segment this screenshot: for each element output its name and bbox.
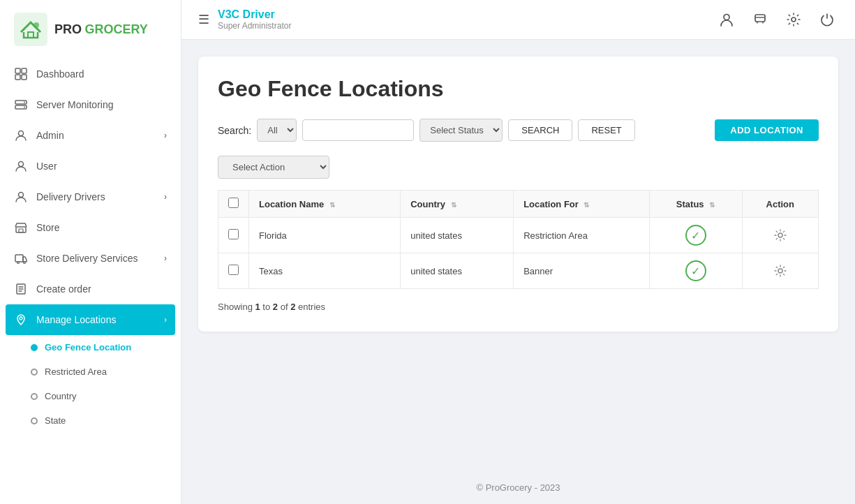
- row2-country: united states: [401, 253, 514, 289]
- country-circle-icon: [31, 393, 38, 400]
- server-monitoring-icon: [14, 98, 28, 112]
- sidebar-item-user[interactable]: User: [0, 151, 181, 181]
- row2-check-icon: ✓: [685, 260, 706, 281]
- main-card: Geo Fence Locations Search: All Select S…: [198, 57, 838, 332]
- action-select-wrap: Select Action Delete Enable Disable: [218, 156, 819, 179]
- row2-checkbox-cell: [218, 253, 249, 289]
- table-row: Texas united states Banner ✓: [218, 253, 819, 289]
- dashboard-icon: [14, 67, 28, 81]
- row2-gear-button[interactable]: [752, 264, 809, 278]
- sidebar-item-store-label: Store: [36, 222, 59, 233]
- sidebar: PRO GROCERY Dashboard Server Monitoring …: [0, 0, 181, 504]
- row1-location-for: Restriction Area: [514, 218, 649, 253]
- select-all-checkbox[interactable]: [228, 198, 239, 208]
- main-area: ☰ V3C Driver Super Administrator Geo Fen…: [181, 0, 855, 504]
- sidebar-sub-country[interactable]: Country: [0, 384, 181, 408]
- pagination-to: 2: [273, 302, 278, 312]
- action-select[interactable]: Select Action Delete Enable Disable: [218, 156, 329, 179]
- search-bar: Search: All Select Status Active Inactiv…: [218, 119, 819, 142]
- th-country-label: Country: [410, 199, 445, 209]
- sidebar-item-admin[interactable]: Admin ›: [0, 120, 181, 151]
- manage-locations-chevron-icon: ›: [164, 315, 167, 325]
- th-location-for[interactable]: Location For ⇅: [514, 191, 649, 218]
- sidebar-sub-restricted-area[interactable]: Restricted Area: [0, 360, 181, 384]
- content-area: Geo Fence Locations Search: All Select S…: [181, 40, 855, 471]
- add-location-button[interactable]: ADD LOCATION: [715, 119, 819, 141]
- row1-gear-button[interactable]: [752, 228, 809, 242]
- svg-point-10: [19, 131, 24, 136]
- svg-point-16: [17, 262, 20, 264]
- create-order-icon: [14, 282, 28, 296]
- sidebar-sub-state[interactable]: State: [0, 408, 181, 433]
- logo-text: PRO GROCERY: [54, 22, 148, 37]
- store-delivery-chevron-icon: ›: [164, 253, 167, 263]
- status-select[interactable]: Select Status Active Inactive: [419, 119, 503, 142]
- menu-toggle-icon[interactable]: ☰: [198, 12, 209, 27]
- sidebar-item-store-delivery-label: Store Delivery Services: [36, 253, 138, 264]
- pagination-to-prefix: to: [262, 302, 270, 312]
- svg-point-22: [791, 17, 796, 22]
- th-location-for-label: Location For: [523, 199, 579, 209]
- sidebar-item-delivery-drivers[interactable]: Delivery Drivers ›: [0, 181, 181, 212]
- search-button[interactable]: SEARCH: [508, 119, 572, 141]
- manage-locations-icon: [14, 313, 28, 327]
- th-location-name-label: Location Name: [259, 199, 324, 209]
- th-location-name[interactable]: Location Name ⇅: [249, 191, 401, 218]
- row1-checkbox[interactable]: [228, 229, 239, 239]
- sidebar-sub-geo-fence[interactable]: Geo Fence Location: [0, 335, 181, 360]
- pagination-from: 1: [255, 302, 260, 312]
- svg-point-19: [20, 317, 22, 320]
- row1-status-icon: ✓: [685, 225, 706, 246]
- sidebar-item-store-delivery[interactable]: Store Delivery Services ›: [0, 243, 181, 274]
- header-role: Super Administrator: [218, 21, 707, 31]
- row1-status: ✓: [649, 218, 742, 253]
- row2-status-icon: ✓: [685, 260, 706, 281]
- search-input[interactable]: [302, 119, 414, 141]
- th-action: Action: [742, 191, 819, 218]
- svg-rect-0: [14, 13, 47, 46]
- svg-point-17: [24, 262, 26, 264]
- table-header-row: Location Name ⇅ Country ⇅ Location For ⇅: [218, 191, 819, 218]
- sidebar-item-dashboard[interactable]: Dashboard: [0, 59, 181, 89]
- th-country[interactable]: Country ⇅: [401, 191, 514, 218]
- location-name-sort-icon: ⇅: [329, 201, 335, 209]
- power-icon[interactable]: [816, 8, 838, 31]
- admin-icon: [14, 128, 28, 142]
- location-for-sort-icon: ⇅: [583, 201, 589, 209]
- store-delivery-icon: [14, 251, 28, 265]
- svg-rect-5: [22, 75, 27, 80]
- svg-rect-13: [16, 227, 26, 232]
- user-icon: [14, 159, 28, 173]
- row2-status: ✓: [649, 253, 742, 289]
- sidebar-item-delivery-drivers-label: Delivery Drivers: [36, 191, 105, 202]
- sidebar-item-server-monitoring[interactable]: Server Monitoring: [0, 89, 181, 120]
- settings-icon[interactable]: [782, 8, 805, 31]
- sidebar-item-manage-locations[interactable]: Manage Locations ›: [6, 304, 175, 335]
- sidebar-item-manage-locations-label: Manage Locations: [36, 314, 116, 325]
- sidebar-item-store[interactable]: Store: [0, 212, 181, 243]
- sidebar-sub-geo-fence-label: Geo Fence Location: [45, 342, 131, 353]
- page-title: Geo Fence Locations: [218, 76, 819, 102]
- footer: © ProGrocery - 2023: [181, 471, 855, 504]
- svg-point-24: [778, 269, 782, 273]
- svg-rect-21: [755, 15, 765, 22]
- logo-icon: [14, 13, 47, 46]
- search-all-select[interactable]: All: [257, 119, 297, 142]
- header: ☰ V3C Driver Super Administrator: [181, 0, 855, 40]
- notifications-icon[interactable]: [749, 8, 771, 31]
- row1-country: united states: [401, 218, 514, 253]
- reset-button[interactable]: RESET: [578, 119, 634, 141]
- sidebar-item-create-order[interactable]: Create order: [0, 274, 181, 304]
- svg-rect-15: [15, 255, 23, 262]
- th-status[interactable]: Status ⇅: [649, 191, 742, 218]
- footer-text: © ProGrocery - 2023: [476, 482, 560, 493]
- pagination-total: 2: [290, 302, 295, 312]
- sidebar-nav: Dashboard Server Monitoring Admin › User: [0, 59, 181, 504]
- user-profile-icon[interactable]: [715, 8, 738, 31]
- status-sort-icon: ⇅: [709, 201, 715, 209]
- row2-checkbox[interactable]: [228, 265, 239, 275]
- sidebar-sub-country-label: Country: [45, 391, 77, 401]
- row2-location-for: Banner: [514, 253, 649, 289]
- header-title-block: V3C Driver Super Administrator: [218, 8, 707, 31]
- geo-fence-circle-icon: [31, 344, 38, 351]
